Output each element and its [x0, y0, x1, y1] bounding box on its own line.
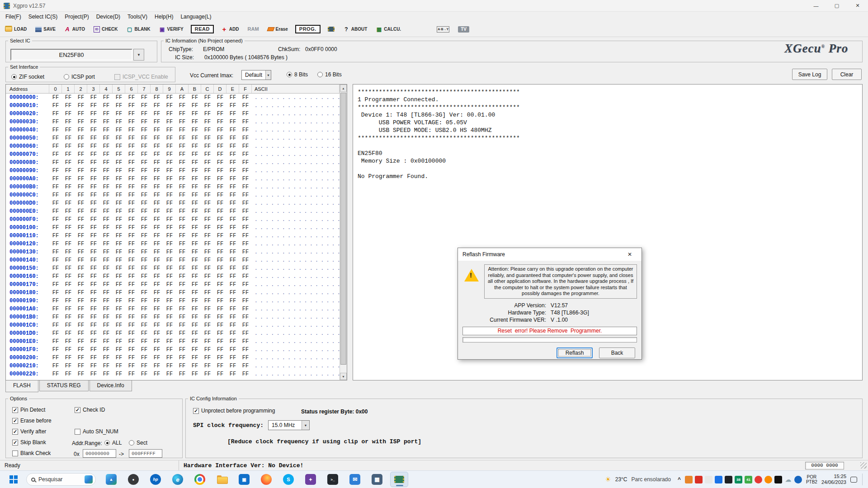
- menu-item-selectics[interactable]: Select IC(S): [25, 13, 61, 21]
- hex-byte[interactable]: FF: [113, 142, 125, 150]
- hex-byte[interactable]: FF: [113, 338, 125, 346]
- hex-byte[interactable]: FF: [87, 224, 100, 232]
- hex-byte[interactable]: FF: [214, 94, 226, 102]
- hex-byte[interactable]: FF: [49, 338, 62, 346]
- hex-byte[interactable]: FF: [176, 346, 189, 354]
- hex-byte[interactable]: FF: [201, 346, 214, 354]
- hex-byte[interactable]: FF: [75, 207, 87, 216]
- hex-byte[interactable]: FF: [100, 199, 113, 207]
- hex-byte[interactable]: FF: [49, 240, 62, 248]
- hex-byte[interactable]: FF: [62, 183, 75, 191]
- hex-byte[interactable]: FF: [125, 256, 138, 264]
- hex-byte[interactable]: FF: [125, 118, 138, 126]
- hex-byte[interactable]: FF: [163, 167, 176, 175]
- hex-byte[interactable]: FF: [151, 305, 163, 313]
- hex-byte[interactable]: FF: [201, 297, 214, 305]
- hex-byte[interactable]: FF: [75, 240, 87, 248]
- hex-byte[interactable]: FF: [189, 142, 201, 150]
- tray-orange-icon[interactable]: [685, 476, 693, 483]
- hex-byte[interactable]: FF: [138, 134, 151, 142]
- hex-byte[interactable]: FF: [226, 313, 239, 321]
- tray-dark-icon[interactable]: [725, 476, 732, 483]
- hex-byte[interactable]: FF: [75, 362, 87, 370]
- hex-byte[interactable]: FF: [75, 142, 87, 150]
- erase-button[interactable]: Erase: [266, 26, 289, 33]
- hex-byte[interactable]: FF: [87, 159, 100, 167]
- hex-byte[interactable]: FF: [87, 346, 100, 354]
- hex-byte[interactable]: FF: [62, 142, 75, 150]
- hex-byte[interactable]: FF: [151, 289, 163, 297]
- hex-byte[interactable]: FF: [49, 264, 62, 272]
- hex-byte[interactable]: FF: [214, 167, 226, 175]
- hex-byte[interactable]: FF: [87, 216, 100, 224]
- hex-byte[interactable]: FF: [189, 207, 201, 216]
- hex-byte[interactable]: FF: [151, 207, 163, 216]
- hex-byte[interactable]: FF: [226, 216, 239, 224]
- hex-byte[interactable]: FF: [62, 94, 75, 102]
- hex-byte[interactable]: FF: [87, 297, 100, 305]
- hex-byte[interactable]: FF: [163, 354, 176, 362]
- hex-byte[interactable]: FF: [214, 370, 226, 378]
- hex-byte[interactable]: FF: [189, 167, 201, 175]
- hex-byte[interactable]: FF: [176, 159, 189, 167]
- tray-badge-38-icon[interactable]: 38: [735, 476, 742, 483]
- hex-byte[interactable]: FF: [62, 305, 75, 313]
- hex-byte[interactable]: FF: [113, 329, 125, 338]
- hex-byte[interactable]: FF: [87, 264, 100, 272]
- hex-byte[interactable]: FF: [239, 240, 252, 248]
- hex-byte[interactable]: FF: [49, 354, 62, 362]
- hex-byte[interactable]: FF: [201, 313, 214, 321]
- hex-byte[interactable]: FF: [75, 329, 87, 338]
- hex-byte[interactable]: FF: [176, 329, 189, 338]
- hex-byte[interactable]: FF: [87, 354, 100, 362]
- hex-byte[interactable]: FF: [189, 110, 201, 118]
- hex-byte[interactable]: FF: [214, 102, 226, 110]
- hex-byte[interactable]: FF: [163, 240, 176, 248]
- hex-byte[interactable]: FF: [125, 232, 138, 240]
- hex-byte[interactable]: FF: [49, 167, 62, 175]
- hex-byte[interactable]: FF: [87, 142, 100, 150]
- hex-byte[interactable]: FF: [214, 207, 226, 216]
- hex-byte[interactable]: FF: [100, 338, 113, 346]
- hex-byte[interactable]: FF: [62, 362, 75, 370]
- hex-byte[interactable]: FF: [226, 248, 239, 256]
- hex-byte[interactable]: FF: [125, 329, 138, 338]
- hex-byte[interactable]: FF: [62, 281, 75, 289]
- hex-byte[interactable]: FF: [75, 224, 87, 232]
- hex-byte[interactable]: FF: [49, 289, 62, 297]
- hex-byte[interactable]: FF: [163, 321, 176, 329]
- hex-byte[interactable]: FF: [100, 110, 113, 118]
- hex-byte[interactable]: FF: [176, 142, 189, 150]
- hex-byte[interactable]: FF: [75, 191, 87, 199]
- hex-byte[interactable]: FF: [189, 159, 201, 167]
- hex-byte[interactable]: FF: [189, 150, 201, 159]
- hex-byte[interactable]: FF: [163, 248, 176, 256]
- hex-byte[interactable]: FF: [239, 346, 252, 354]
- hex-byte[interactable]: FF: [49, 142, 62, 150]
- hex-byte[interactable]: FF: [100, 289, 113, 297]
- tray-blue-circle-icon[interactable]: [794, 476, 802, 483]
- hex-byte[interactable]: FF: [163, 175, 176, 183]
- hex-byte[interactable]: FF: [214, 346, 226, 354]
- hex-byte[interactable]: FF: [201, 110, 214, 118]
- hex-byte[interactable]: FF: [138, 329, 151, 338]
- hex-byte[interactable]: FF: [151, 256, 163, 264]
- hex-byte[interactable]: FF: [100, 370, 113, 378]
- hex-byte[interactable]: FF: [138, 150, 151, 159]
- hex-byte[interactable]: FF: [151, 102, 163, 110]
- hex-byte[interactable]: FF: [163, 207, 176, 216]
- hex-byte[interactable]: FF: [151, 167, 163, 175]
- hex-byte[interactable]: FF: [138, 224, 151, 232]
- hex-byte[interactable]: FF: [176, 224, 189, 232]
- about-button[interactable]: ?ABOUT: [342, 25, 369, 33]
- hex-byte[interactable]: FF: [214, 159, 226, 167]
- back-button[interactable]: Back: [599, 347, 635, 358]
- hex-byte[interactable]: FF: [226, 264, 239, 272]
- hex-byte[interactable]: FF: [100, 321, 113, 329]
- pin-detect-checkbox[interactable]: ✓Pin Detect: [12, 407, 45, 413]
- hex-byte[interactable]: FF: [201, 183, 214, 191]
- hex-byte[interactable]: FF: [113, 216, 125, 224]
- hex-byte[interactable]: FF: [113, 248, 125, 256]
- hex-byte[interactable]: FF: [201, 175, 214, 183]
- notification-center-icon[interactable]: [850, 477, 857, 483]
